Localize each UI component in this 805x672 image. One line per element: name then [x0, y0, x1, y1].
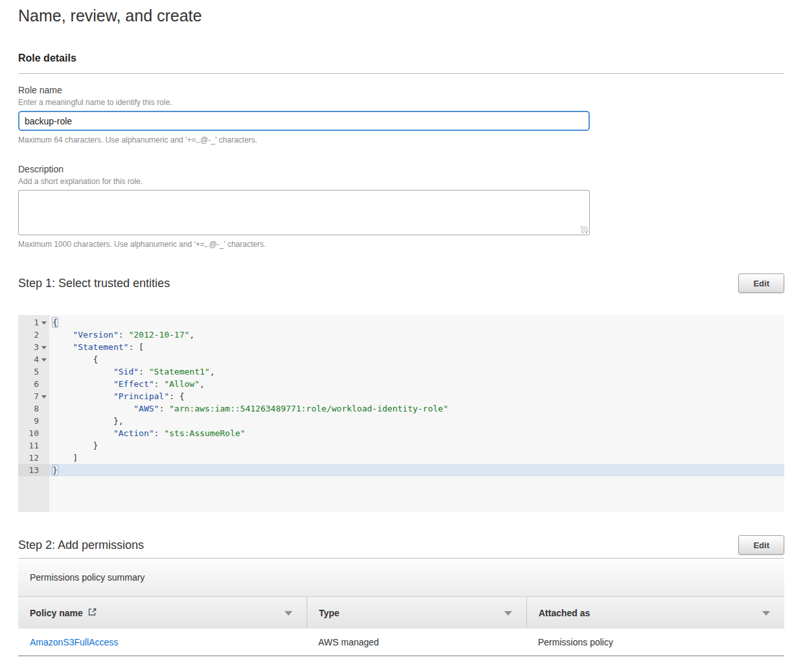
- line-number: 12: [18, 452, 49, 464]
- description-constraint: Maximum 1000 characters. Use alphanumeri…: [18, 240, 784, 249]
- main-content: Name, review, and create Role details Ro…: [18, 0, 784, 656]
- column-header-policy-name: Policy name: [18, 597, 307, 629]
- trust-policy-editor[interactable]: 12345678910111213 { "Version": "2012-10-…: [18, 315, 784, 512]
- fold-toggle-icon[interactable]: [41, 395, 47, 399]
- code-line: ]: [49, 452, 784, 464]
- role-name-label: Role name: [18, 85, 784, 95]
- code-line: {: [49, 316, 784, 329]
- code-line: "Version": "2012-10-17",: [49, 329, 784, 341]
- step1-heading: Step 1: Select trusted entities: [18, 277, 170, 290]
- step1-header-row: Step 1: Select trusted entities Edit: [18, 273, 784, 293]
- fold-toggle-icon[interactable]: [41, 346, 47, 349]
- sort-icon[interactable]: [285, 611, 292, 616]
- attached-as-cell: Permissions policy: [526, 637, 784, 647]
- line-number: 8: [18, 402, 49, 415]
- code-line: "Effect": "Allow",: [49, 378, 784, 390]
- policy-name-link[interactable]: AmazonS3FullAccess: [30, 637, 118, 647]
- code-line: }: [49, 439, 784, 452]
- column-header-attached-as: Attached as: [526, 597, 784, 629]
- column-header-type: Type: [307, 597, 526, 629]
- line-number: 2: [18, 329, 49, 341]
- line-number: 11: [18, 439, 49, 452]
- step2-edit-button[interactable]: Edit: [738, 535, 784, 555]
- fold-toggle-icon[interactable]: [41, 321, 47, 325]
- section-divider: [18, 73, 784, 74]
- description-textarea[interactable]: [18, 190, 590, 235]
- policy-name-cell: AmazonS3FullAccess: [18, 637, 307, 647]
- sort-icon[interactable]: [762, 611, 770, 616]
- role-name-constraint: Maximum 64 characters. Use alphanumeric …: [18, 135, 784, 145]
- code-line: "Action": "sts:AssumeRole": [49, 427, 784, 439]
- line-number: 4: [18, 353, 49, 365]
- line-number: 1: [18, 316, 49, 329]
- permissions-summary-title: Permissions policy summary: [30, 572, 145, 583]
- line-number: 5: [18, 365, 49, 378]
- role-name-help: Enter a meaningful name to identify this…: [18, 98, 784, 107]
- editor-gutter: 12345678910111213: [18, 315, 49, 512]
- line-number: 7: [18, 390, 49, 402]
- line-number: 9: [18, 415, 49, 427]
- code-line: "Principal": {: [49, 390, 784, 402]
- step2-header-row: Step 2: Add permissions Edit: [18, 535, 784, 555]
- step2-heading: Step 2: Add permissions: [18, 539, 144, 552]
- line-number: 3: [18, 341, 49, 353]
- policy-type-cell: AWS managed: [307, 637, 526, 647]
- external-link-icon: [88, 608, 97, 618]
- permissions-panel: Permissions policy summary Policy name T…: [18, 559, 784, 656]
- description-help: Add a short explanation for this role.: [18, 177, 784, 186]
- line-number: 13: [18, 464, 49, 476]
- step1-edit-button[interactable]: Edit: [738, 273, 784, 293]
- table-row: AmazonS3FullAccess AWS managed Permissio…: [18, 629, 784, 656]
- sort-icon[interactable]: [504, 611, 512, 616]
- role-name-input[interactable]: [18, 111, 590, 131]
- resize-handle-icon[interactable]: [581, 226, 588, 233]
- code-line: }: [49, 464, 784, 476]
- fold-toggle-icon[interactable]: [41, 358, 47, 362]
- code-line: "AWS": "arn:aws:iam::541263489771:role/w…: [49, 402, 784, 415]
- role-details-heading: Role details: [18, 52, 784, 64]
- page-title: Name, review, and create: [18, 6, 784, 25]
- code-line: },: [49, 415, 784, 427]
- description-label: Description: [18, 164, 784, 174]
- editor-code: { "Version": "2012-10-17", "Statement": …: [49, 315, 784, 512]
- code-line: {: [49, 353, 784, 365]
- line-number: 6: [18, 378, 49, 390]
- code-line: "Statement": [: [49, 341, 784, 353]
- line-number: 10: [18, 427, 49, 439]
- policy-table-header: Policy name Type Attached as: [18, 596, 784, 629]
- permissions-summary-header: Permissions policy summary: [18, 559, 784, 596]
- code-line: "Sid": "Statement1",: [49, 365, 784, 378]
